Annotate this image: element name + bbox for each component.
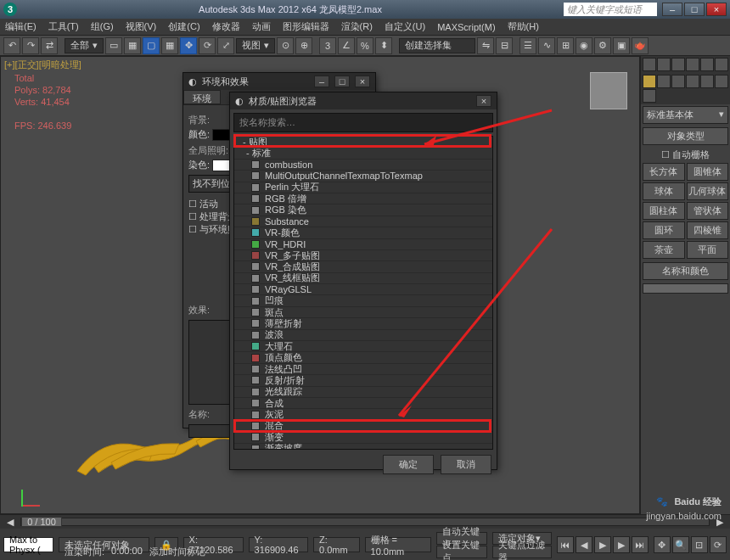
helpers-cat-icon[interactable] (700, 75, 714, 88)
browser-tree[interactable]: - 贴图 - 标准 combustionMultiOutputChannelTe… (233, 136, 493, 450)
sphere-button[interactable]: 球体 (643, 182, 685, 200)
coord-y[interactable]: Y: 316909.46 (249, 537, 308, 552)
cylinder-button[interactable]: 圆柱体 (643, 202, 685, 220)
subcategory-combo[interactable]: 标准基本体▾ (643, 106, 728, 124)
env-close-button[interactable]: × (355, 76, 370, 87)
autogrid-checkbox[interactable]: ☐ (661, 149, 672, 160)
cone-button[interactable]: 圆锥体 (687, 163, 729, 181)
tree-item[interactable]: VR_线框贴图 (234, 273, 492, 284)
play-icon[interactable]: ▶ (594, 536, 611, 553)
env-tab[interactable]: 环境 (183, 90, 221, 104)
goto-end-icon[interactable]: ⏭ (632, 536, 649, 553)
pivot-icon[interactable]: ⊙ (277, 37, 294, 54)
display-tab-icon[interactable] (700, 58, 714, 71)
material-editor-icon[interactable]: ◉ (576, 37, 592, 54)
viewport-label[interactable]: [+][正交][明暗处理] (4, 59, 81, 71)
add-time-tag[interactable]: 添加时间标记 (149, 546, 205, 558)
selection-filter-combo[interactable]: 全部▾ (65, 38, 104, 53)
torus-button[interactable]: 圆环 (643, 221, 685, 239)
shapes-cat-icon[interactable] (657, 75, 671, 88)
object-type-header[interactable]: 对象类型 (643, 127, 728, 145)
close-button[interactable]: × (706, 3, 727, 16)
cancel-button[interactable]: 取消 (441, 455, 491, 474)
env-max-button[interactable]: □ (334, 76, 350, 87)
box-button[interactable]: 长方体 (643, 163, 685, 181)
window-crossing-icon[interactable]: ▦ (161, 37, 178, 54)
name-color-header[interactable]: 名称和颜色 (643, 262, 728, 280)
select-rect-icon[interactable]: ▢ (143, 37, 160, 54)
pyramid-button[interactable]: 四棱锥 (687, 221, 729, 239)
percent-snap-icon[interactable]: % (357, 37, 373, 54)
next-frame-icon[interactable]: ▶ (613, 536, 630, 553)
help-search-input[interactable]: 键入关键字或短语 (564, 3, 657, 16)
select-icon[interactable]: ▭ (105, 37, 122, 54)
manip-icon[interactable]: ⊕ (295, 37, 312, 54)
named-selection-combo[interactable]: 创建选择集 (399, 38, 475, 53)
script-listener[interactable]: Max to Physx ( (3, 537, 53, 552)
menu-edit[interactable]: 编辑(E) (5, 20, 36, 33)
utilities-tab-icon[interactable] (715, 58, 728, 71)
time-slider[interactable]: 0 / 100 (20, 518, 710, 526)
cameras-cat-icon[interactable] (686, 75, 699, 88)
lights-cat-icon[interactable] (671, 75, 685, 88)
tree-item[interactable]: 渐变坡度 (234, 444, 492, 450)
env-min-button[interactable]: – (314, 76, 329, 87)
keyfilter-button[interactable]: 关键点过滤器 (492, 546, 552, 558)
zoom-ext-icon[interactable]: ⊡ (691, 536, 708, 553)
menu-create[interactable]: 创建(C) (168, 20, 199, 33)
zoom-icon[interactable]: 🔍 (672, 536, 689, 553)
menu-animation[interactable]: 动画 (252, 20, 271, 33)
browser-close-button[interactable]: × (476, 95, 491, 107)
link-icon[interactable]: ⇄ (41, 37, 58, 54)
minimize-button[interactable]: – (662, 3, 682, 16)
systems-cat-icon[interactable] (643, 89, 656, 103)
orbit-icon[interactable]: ⟳ (710, 536, 727, 553)
goto-start-icon[interactable]: ⏮ (557, 536, 574, 553)
app-logo-icon[interactable]: 3 (3, 3, 17, 16)
tree-selected[interactable]: - 标准 (234, 148, 492, 159)
redo-icon[interactable]: ↷ (22, 37, 39, 54)
pan-icon[interactable]: ✥ (654, 536, 671, 553)
tree-item[interactable]: RGB 染色 (234, 204, 492, 216)
active-checkbox[interactable]: 活动 (199, 199, 218, 209)
maximize-button[interactable]: □ (684, 3, 705, 16)
hierarchy-tab-icon[interactable] (671, 58, 685, 71)
schematic-icon[interactable]: ⊞ (557, 37, 574, 54)
timeline[interactable]: ◀ 0 / 100 ▶ (0, 515, 730, 529)
angle-snap-icon[interactable]: ∠ (338, 37, 355, 54)
undo-icon[interactable]: ↶ (3, 37, 20, 54)
curve-editor-icon[interactable]: ∿ (538, 37, 555, 54)
align-icon[interactable]: ⊟ (496, 37, 513, 54)
space-cat-icon[interactable] (715, 75, 728, 88)
tree-item[interactable]: combustion (234, 160, 492, 171)
menu-view[interactable]: 视图(V) (126, 20, 157, 33)
rotate-icon[interactable]: ⟳ (199, 37, 216, 54)
select-name-icon[interactable]: ▦ (124, 37, 141, 54)
menu-group[interactable]: 组(G) (91, 20, 114, 33)
menu-render[interactable]: 渲染(R) (341, 20, 373, 33)
coord-z[interactable]: Z: 0.0mm (313, 537, 359, 552)
browser-search-input[interactable]: 按名称搜索… (233, 113, 493, 132)
render-frame-icon[interactable]: ▣ (613, 37, 630, 54)
time-knob[interactable]: 0 / 100 (21, 517, 62, 527)
render-icon[interactable]: 🫖 (632, 37, 649, 54)
teapot-button[interactable]: 茶壶 (643, 241, 685, 259)
plane-button[interactable]: 平面 (687, 241, 729, 259)
layer-icon[interactable]: ☰ (519, 37, 536, 54)
setkey-button[interactable]: 设置关键点 (436, 546, 487, 558)
tube-button[interactable]: 管状体 (687, 202, 729, 220)
menu-help[interactable]: 帮助(H) (508, 20, 539, 33)
scale-icon[interactable]: ⤢ (217, 37, 234, 54)
mirror-icon[interactable]: ⇋ (477, 37, 494, 54)
modify-tab-icon[interactable] (657, 58, 671, 71)
geometry-cat-icon[interactable] (643, 75, 656, 88)
menu-modifiers[interactable]: 修改器 (212, 20, 240, 33)
menu-tools[interactable]: 工具(T) (48, 20, 79, 33)
object-color-swatch[interactable] (643, 283, 728, 294)
ok-button[interactable]: 确定 (383, 455, 434, 474)
prev-frame-icon[interactable]: ◀ (576, 536, 592, 553)
geosphere-button[interactable]: 几何球体 (687, 182, 729, 200)
viewcube-icon[interactable] (590, 72, 627, 109)
menu-graph[interactable]: 图形编辑器 (283, 20, 329, 33)
move-icon[interactable]: ✥ (180, 37, 197, 54)
